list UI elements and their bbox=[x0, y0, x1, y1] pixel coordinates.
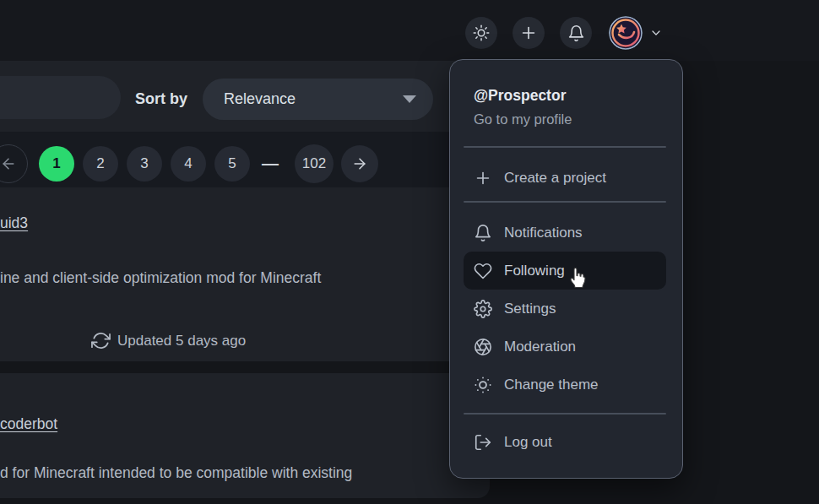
result-updated: Updated 5 days ago bbox=[91, 331, 246, 350]
sort-by-label: Sort by bbox=[135, 89, 187, 109]
pagination-page-5[interactable]: 5 bbox=[214, 146, 250, 182]
result-description: d for Minecraft intended to be compatibl… bbox=[0, 463, 352, 482]
menu-item-label: Notifications bbox=[504, 225, 583, 241]
arrow-right-icon bbox=[351, 155, 368, 172]
menu-item-moderation[interactable]: Moderation bbox=[464, 328, 666, 366]
pagination-page-1[interactable]: 1 bbox=[39, 146, 74, 182]
plus-icon bbox=[519, 24, 538, 42]
menu-item-label: Moderation bbox=[504, 339, 576, 355]
sun-icon bbox=[473, 24, 490, 41]
search-input[interactable] bbox=[0, 76, 121, 119]
menu-item-following[interactable]: Following bbox=[464, 252, 666, 290]
pagination-page-2[interactable]: 2 bbox=[83, 146, 118, 182]
chevron-down-icon bbox=[649, 26, 663, 40]
result-author-link[interactable]: coderbot bbox=[0, 415, 57, 433]
caret-down-icon bbox=[403, 95, 416, 103]
menu-item-label: Change theme bbox=[504, 377, 599, 393]
modrinth-search-page: Sort by Relevance 1 2 3 4 5 — 102 uid3 i… bbox=[0, 0, 819, 504]
pagination-next-button[interactable] bbox=[341, 145, 378, 182]
gear-icon bbox=[474, 300, 492, 318]
result-description: ine and client-side optimization mod for… bbox=[0, 268, 321, 287]
menu-item-label: Log out bbox=[504, 434, 552, 451]
menu-divider bbox=[464, 146, 666, 148]
menu-item-settings[interactable]: Settings bbox=[464, 290, 666, 328]
search-result-card: uid3 ine and client-side optimization mo… bbox=[0, 187, 490, 361]
pagination-prev-button[interactable] bbox=[0, 144, 28, 183]
pagination-page-4[interactable]: 4 bbox=[171, 146, 206, 182]
aperture-icon bbox=[474, 338, 492, 356]
pagination-page-last[interactable]: 102 bbox=[295, 144, 334, 183]
topbar-actions bbox=[465, 16, 663, 50]
user-avatar bbox=[609, 16, 643, 50]
create-button[interactable] bbox=[513, 17, 545, 49]
logout-icon bbox=[474, 433, 492, 452]
menu-item-label: Create a project bbox=[504, 170, 606, 187]
plus-icon bbox=[474, 169, 492, 187]
profile-link[interactable]: @Prospector Go to my profile bbox=[474, 85, 572, 130]
menu-item-change-theme[interactable]: Change theme bbox=[464, 366, 666, 404]
result-updated-text: Updated 5 days ago bbox=[117, 333, 246, 350]
sort-select[interactable]: Relevance bbox=[203, 79, 433, 120]
pagination-bar: 1 2 3 4 5 — 102 bbox=[0, 132, 490, 187]
user-menu-button[interactable] bbox=[609, 16, 663, 50]
arrow-left-icon bbox=[0, 155, 17, 172]
menu-item-label: Following bbox=[504, 263, 565, 279]
refresh-icon bbox=[91, 331, 111, 350]
sort-select-value: Relevance bbox=[224, 90, 296, 108]
username: @Prospector bbox=[474, 85, 572, 106]
heart-icon bbox=[474, 262, 492, 280]
result-author-link[interactable]: uid3 bbox=[0, 214, 28, 232]
bell-icon bbox=[474, 224, 492, 242]
menu-item-logout[interactable]: Log out bbox=[464, 423, 666, 461]
bell-icon bbox=[567, 24, 585, 42]
top-navigation-bar bbox=[0, 0, 819, 61]
pagination-page-3[interactable]: 3 bbox=[127, 146, 162, 182]
menu-divider bbox=[464, 201, 666, 203]
menu-item-notifications[interactable]: Notifications bbox=[464, 214, 666, 252]
theme-button[interactable] bbox=[465, 17, 497, 49]
pagination-gap: — bbox=[258, 154, 282, 173]
sun-dotted-icon bbox=[474, 376, 492, 394]
menu-item-create-project[interactable]: Create a project bbox=[464, 159, 666, 197]
notifications-button[interactable] bbox=[560, 17, 592, 49]
menu-item-label: Settings bbox=[504, 301, 556, 317]
search-result-card: coderbot d for Minecraft intended to be … bbox=[0, 373, 490, 498]
go-to-profile-label: Go to my profile bbox=[474, 109, 572, 130]
user-dropdown-menu: @Prospector Go to my profile Create a pr… bbox=[449, 59, 683, 479]
menu-divider bbox=[464, 413, 666, 415]
